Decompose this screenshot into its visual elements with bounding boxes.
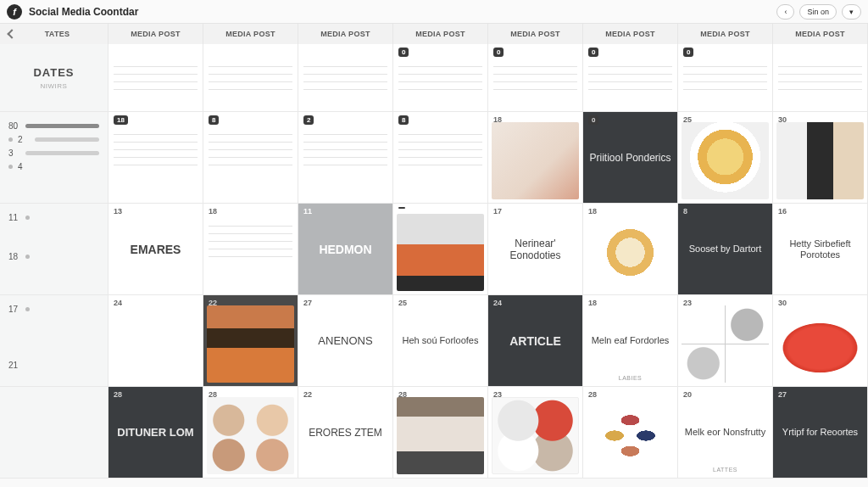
calendar-cell[interactable]: 30 [773, 295, 868, 387]
thumbnail-pepper [776, 305, 864, 383]
calendar-cell[interactable]: 0 [583, 44, 678, 112]
col-header-dates: TATES [0, 24, 108, 44]
calendar-cell[interactable]: 18 [108, 112, 203, 204]
calendar-cell[interactable]: 23 [678, 295, 773, 387]
calendar-cell[interactable]: 18 [488, 112, 583, 204]
col-header: MEDIA POST [488, 24, 583, 44]
calendar-cell[interactable]: 24ARTICLE [488, 295, 583, 387]
post-title: DITUNER LOM [108, 426, 203, 439]
calendar-cell[interactable]: 24 [108, 295, 203, 387]
calendar-cell[interactable]: 17Nerinear' Eonodoties [488, 204, 583, 295]
post-subtitle: LATTES [678, 467, 772, 473]
thumbnail-man [397, 397, 484, 474]
post-title: Nerinear' Eonodoties [488, 237, 582, 261]
sidebar-num: 80 [8, 121, 20, 131]
calendar-grid: DATES NIWIRS 0 0 0 0 80 2 3 4 18 8 2 8 1… [0, 44, 868, 479]
post-title: Meln eaf Fordorles [583, 335, 677, 346]
post-title: Priitiool Ponderics [583, 151, 677, 163]
calendar-cell[interactable]: 0Priitiool Ponderics [583, 112, 678, 204]
calendar-cell[interactable]: 28 [583, 387, 678, 479]
sidebar-heading-cell: DATES NIWIRS [0, 44, 108, 112]
calendar-cell[interactable]: 22ERORES ZTEM [298, 387, 393, 479]
sidebar-bar [25, 124, 99, 128]
calendar-cell[interactable]: 25Heh soú Forloofes [393, 295, 488, 387]
calendar-cell[interactable]: 23 [488, 387, 583, 479]
calendar-cell[interactable]: 0 [678, 44, 773, 112]
day-number: 11 [303, 207, 312, 216]
thumbnail-food [682, 122, 769, 199]
sidebar-bar [25, 151, 99, 155]
day-number: 18 [114, 115, 128, 125]
col-header: MEDIA POST [203, 24, 298, 44]
sidebar-block: 17 21 [0, 295, 108, 387]
calendar-cell[interactable]: 28 [393, 387, 488, 479]
calendar-cell[interactable]: 18Meln eaf FordorlesLABIES [583, 295, 678, 387]
calendar-cell[interactable]: 13EMARES [108, 204, 203, 295]
dot-icon [8, 137, 13, 142]
day-number: 24 [493, 299, 502, 307]
day-number: 27 [778, 390, 787, 399]
col-header: MEDIA POST [678, 24, 773, 44]
column-headers: TATES MEDIA POST MEDIA POST MEDIA POST M… [0, 24, 868, 44]
thumbnail-faces [207, 397, 294, 474]
day-number: 18 [209, 207, 217, 216]
calendar-cell[interactable] [393, 204, 488, 295]
sidebar-num: 11 [8, 213, 20, 222]
calendar-cell[interactable]: 8Sooset by Dartort [678, 204, 773, 295]
day-number [398, 207, 405, 209]
back-button[interactable]: ‹ [776, 4, 794, 20]
calendar-cell[interactable]: 8 [203, 112, 298, 204]
calendar-cell[interactable]: 11HEDMON [298, 204, 393, 295]
day-number: 2 [303, 115, 314, 125]
calendar-cell[interactable] [203, 44, 298, 112]
thumbnail-portrait [207, 305, 294, 383]
calendar-cell[interactable]: 0 [393, 44, 488, 112]
col-header: MEDIA POST [393, 24, 488, 44]
dot-icon [25, 216, 30, 220]
post-title: Sooset by Dartort [678, 244, 772, 255]
thumbnail-petals [587, 397, 674, 474]
calendar-cell[interactable]: 22 [203, 295, 298, 387]
post-title: Hetty Sirbefieft Porototes [773, 238, 867, 260]
calendar-cell[interactable]: 2 [298, 112, 393, 204]
calendar-cell[interactable]: 20Melk eor NonsfruttyLATTES [678, 387, 773, 479]
sign-on-button[interactable]: Sin on [799, 4, 837, 20]
calendar-cell[interactable]: 8 [393, 112, 488, 204]
sidebar-block: 80 2 3 4 [0, 112, 108, 204]
sidebar-num: 2 [18, 135, 30, 144]
post-subtitle: LABIES [583, 375, 677, 381]
thumbnail-phone [776, 122, 864, 199]
calendar-cell[interactable]: 27ANENONS [298, 295, 393, 387]
calendar-cell[interactable]: 28DITUNER LOM [108, 387, 203, 479]
sidebar-num: 4 [18, 162, 30, 171]
calendar-cell[interactable]: 28 [203, 387, 298, 479]
calendar-cell[interactable] [108, 44, 203, 112]
dot-icon [25, 255, 30, 259]
day-number: 20 [683, 390, 692, 399]
dot-icon [25, 307, 30, 311]
calendar-cell[interactable] [298, 44, 393, 112]
day-number: 25 [398, 299, 407, 307]
more-dropdown[interactable]: ▾ [842, 4, 861, 20]
calendar-cell[interactable]: 0 [488, 44, 583, 112]
thumbnail-collage [112, 305, 199, 383]
day-number: 28 [114, 390, 122, 399]
prev-chevron-icon[interactable] [7, 29, 16, 38]
calendar-cell[interactable]: 30 [773, 112, 868, 204]
calendar-cell[interactable]: 25 [678, 112, 773, 204]
calendar-cell[interactable]: 16Hetty Sirbefieft Porototes [773, 204, 868, 295]
day-number: 17 [493, 207, 502, 216]
sidebar-block [0, 387, 108, 479]
post-title: ANENONS [298, 334, 392, 348]
thumbnail-person [397, 214, 484, 291]
app-logo: f [7, 4, 22, 20]
calendar-cell[interactable] [773, 44, 868, 112]
day-badge: 0 [398, 48, 409, 57]
sidebar-num: 17 [8, 305, 20, 314]
calendar-cell[interactable]: 27Yrtipf for Reoortes [773, 387, 868, 479]
post-title: Melk eor Nonsfrutty [678, 427, 772, 438]
calendar-cell[interactable]: 18 [583, 204, 678, 295]
calendar-cell[interactable]: 18 [203, 204, 298, 295]
col-header: MEDIA POST [583, 24, 678, 44]
app-header: f Social Media Coontdar ‹ Sin on ▾ [0, 0, 868, 24]
